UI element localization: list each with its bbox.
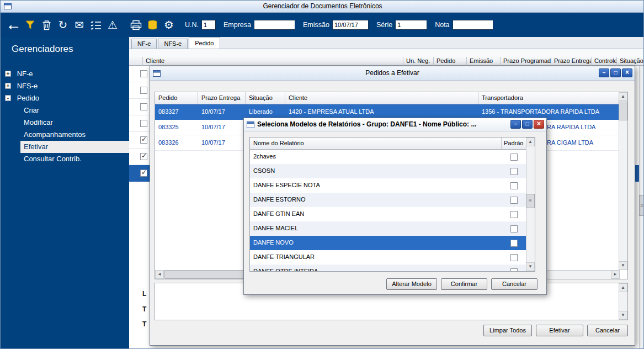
row-checkbox[interactable] bbox=[140, 170, 147, 177]
main-col-controle[interactable]: Controle bbox=[592, 57, 617, 66]
col-cliente[interactable]: Cliente bbox=[285, 92, 478, 104]
col-situacao[interactable]: Situação bbox=[246, 92, 285, 104]
tab-pedido[interactable]: Pedido bbox=[189, 37, 220, 49]
padrao-checkbox[interactable] bbox=[510, 225, 518, 232]
table-row[interactable] bbox=[129, 66, 150, 82]
padrao-checkbox[interactable] bbox=[510, 154, 518, 161]
minimize-icon[interactable] bbox=[599, 68, 609, 77]
confirmar-button[interactable]: Confirmar bbox=[441, 278, 487, 290]
sidebar-item-acompanhamentos[interactable]: Acompanhamentos bbox=[1, 129, 129, 141]
main-col-emissao[interactable]: Emissão bbox=[467, 57, 501, 66]
limpar-todos-button[interactable]: Limpar Todos bbox=[483, 325, 532, 336]
sidebar-item-pedido[interactable]: - Pedido bbox=[1, 92, 129, 104]
sidebar-item-efetivar[interactable]: Efetivar bbox=[20, 141, 129, 153]
sidebar-item-nfe[interactable]: + NF-e bbox=[1, 68, 129, 80]
padrao-checkbox[interactable] bbox=[510, 268, 518, 272]
email-icon[interactable]: ✉ bbox=[71, 17, 88, 33]
table-row[interactable] bbox=[129, 132, 150, 149]
dialog-titlebar[interactable]: Seleciona Modelos de Relatórios - Grupo:… bbox=[244, 118, 546, 131]
main-col-pedido[interactable]: Pedido bbox=[434, 57, 467, 66]
main-col-un-neg[interactable]: Un. Neg. bbox=[403, 57, 434, 66]
tab-nfse[interactable]: NFS-e bbox=[158, 39, 188, 49]
main-scrollbar-thumb[interactable] bbox=[639, 195, 644, 216]
un-input[interactable] bbox=[201, 20, 216, 30]
sidebar-item-consultar-contrib[interactable]: Consultar Contrib. bbox=[1, 153, 129, 165]
table-row-selected[interactable] bbox=[129, 165, 150, 182]
row-checkbox[interactable] bbox=[140, 103, 147, 110]
nota-input[interactable] bbox=[453, 20, 493, 30]
table-row[interactable] bbox=[129, 99, 150, 115]
sidebar-item-modificar[interactable]: Modificar bbox=[1, 117, 129, 129]
checklist-icon[interactable] bbox=[88, 17, 104, 33]
gear-icon[interactable]: ⚙ bbox=[161, 17, 177, 33]
main-col-situacao[interactable]: Situação bbox=[617, 57, 644, 66]
table-row[interactable] bbox=[129, 115, 150, 132]
row-checkbox[interactable] bbox=[140, 120, 147, 127]
col-transportadora[interactable]: Transportadora bbox=[478, 92, 619, 104]
modelo-row[interactable]: DANFE ESPECIE NOTA bbox=[250, 178, 535, 193]
sidebar-item-criar[interactable]: Criar bbox=[1, 104, 129, 117]
minimize-icon[interactable] bbox=[510, 120, 521, 129]
scroll-up-icon[interactable]: ▲ bbox=[619, 283, 627, 292]
alterar-modelo-button[interactable]: Alterar Modelo bbox=[386, 278, 437, 290]
expand-plus-icon[interactable]: + bbox=[5, 71, 11, 77]
printer-icon[interactable] bbox=[127, 17, 144, 33]
modelo-row[interactable]: DANFE ESTORNO bbox=[250, 193, 535, 207]
padrao-checkbox[interactable] bbox=[510, 211, 518, 218]
scroll-down-icon[interactable]: ▼ bbox=[619, 261, 627, 270]
serie-input[interactable] bbox=[395, 20, 427, 30]
modelo-row[interactable]: DANFE MACIEL bbox=[250, 221, 535, 236]
expand-plus-icon[interactable]: + bbox=[5, 83, 11, 89]
tab-nfe[interactable]: NF-e bbox=[131, 39, 157, 49]
dialog-titlebar[interactable]: Pedidos a Efetivar bbox=[150, 66, 635, 81]
scroll-down-icon[interactable]: ▼ bbox=[619, 311, 627, 320]
row-checkbox[interactable] bbox=[140, 136, 147, 144]
grid-vscroll-thumb[interactable] bbox=[619, 102, 627, 120]
scroll-down-icon[interactable]: ▼ bbox=[526, 262, 535, 271]
refresh-icon[interactable]: ↻ bbox=[55, 17, 71, 33]
trash-icon[interactable] bbox=[38, 17, 55, 33]
efetivar-button[interactable]: Efetivar bbox=[536, 325, 583, 336]
padrao-checkbox[interactable] bbox=[510, 254, 518, 261]
padrao-checkbox[interactable] bbox=[510, 168, 518, 175]
modelos-vscroll-thumb[interactable] bbox=[526, 194, 535, 208]
col-padrao[interactable]: Padrão bbox=[502, 138, 526, 149]
table-row[interactable] bbox=[129, 149, 150, 165]
col-nome-relatorio[interactable]: Nome do Relatório bbox=[250, 138, 502, 149]
main-col-prazo-entrega[interactable]: Prazo Entrega bbox=[551, 57, 592, 66]
close-icon[interactable] bbox=[622, 68, 632, 77]
row-checkbox[interactable] bbox=[140, 153, 147, 160]
cancelar-button[interactable]: Cancelar bbox=[587, 325, 628, 336]
padrao-checkbox[interactable] bbox=[510, 240, 518, 247]
database-icon[interactable] bbox=[144, 17, 161, 33]
col-pedido[interactable]: Pedido bbox=[155, 92, 198, 104]
row-checkbox[interactable] bbox=[140, 70, 147, 77]
expand-minus-icon[interactable]: - bbox=[5, 95, 11, 101]
sidebar-item-nfse[interactable]: + NFS-e bbox=[1, 80, 129, 92]
back-icon[interactable]: ← bbox=[5, 17, 22, 33]
modelo-row[interactable]: DANFE GTIN EAN bbox=[250, 207, 535, 221]
main-col-prazo-programado[interactable]: Prazo Programado bbox=[501, 57, 551, 66]
padrao-checkbox[interactable] bbox=[510, 197, 518, 204]
emissao-input[interactable] bbox=[332, 20, 369, 30]
modelo-row[interactable]: DANFE QTDE INTEIRA bbox=[250, 265, 535, 272]
row-checkbox[interactable] bbox=[140, 87, 147, 94]
scroll-left-icon[interactable]: ◄ bbox=[155, 270, 164, 279]
cancelar-button[interactable]: Cancelar bbox=[491, 278, 537, 290]
warning-icon[interactable]: ⚠ bbox=[104, 17, 121, 33]
modelo-row[interactable]: DANFE TRIANGULAR bbox=[250, 250, 535, 265]
scroll-up-icon[interactable]: ▲ bbox=[526, 138, 535, 146]
empresa-input[interactable] bbox=[254, 20, 295, 30]
filter-icon[interactable] bbox=[22, 17, 38, 33]
maximize-icon[interactable] bbox=[610, 68, 621, 77]
main-col-cliente[interactable]: Cliente bbox=[143, 57, 403, 66]
col-prazo-entrega[interactable]: Prazo Entrega bbox=[198, 92, 246, 104]
modelo-row-selected[interactable]: DANFE NOVO bbox=[250, 236, 535, 250]
close-icon[interactable] bbox=[534, 120, 544, 129]
modelo-row[interactable]: 2chaves bbox=[250, 150, 535, 164]
table-row[interactable] bbox=[129, 82, 150, 99]
padrao-checkbox[interactable] bbox=[510, 182, 518, 189]
scroll-right-icon[interactable]: ► bbox=[611, 270, 620, 279]
maximize-icon[interactable] bbox=[522, 120, 533, 129]
modelo-row[interactable]: CSOSN bbox=[250, 164, 535, 178]
